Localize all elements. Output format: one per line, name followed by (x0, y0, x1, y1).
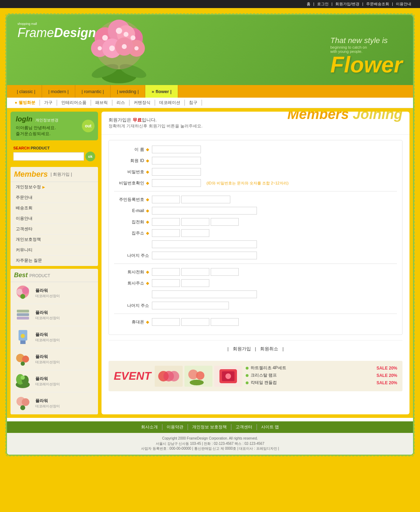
form-input-phone1[interactable] (152, 218, 180, 226)
best-item-name-2: 플라워 (35, 310, 95, 316)
company-addr-inputs (152, 279, 209, 287)
form-input-name[interactable] (152, 146, 201, 153)
best-item-img-4 (13, 350, 33, 368)
form-input-phone2[interactable] (181, 218, 209, 226)
form-input-co-phone2[interactable] (181, 268, 209, 276)
content-area: logIn 개인정보변경 이아름님 안녕하세요. 즐거운쇼핑되세요. out S… (7, 108, 413, 418)
form-input-pw[interactable] (152, 168, 201, 176)
form-input-addr-zip[interactable] (152, 229, 180, 237)
form-row-addr2 (114, 240, 397, 248)
form-input-addr-street[interactable] (152, 240, 257, 248)
sub-nav-interior[interactable]: 인테리어소품 (57, 100, 91, 106)
flower-big-text: Flower (330, 54, 402, 76)
members-menu-item-community[interactable]: 커뮤니티 (10, 245, 98, 255)
submit-cancel-button[interactable]: 회원취소 (257, 346, 281, 352)
best-item-name-4: 플라워 (35, 354, 95, 360)
svg-rect-24 (17, 310, 29, 313)
submit-join-button[interactable]: 회원가입 (230, 346, 254, 352)
out-button[interactable]: out (82, 120, 94, 132)
event-item-3: 칵테일 캔들컵 SALE 20% (246, 380, 397, 386)
form-input-mobile2[interactable] (181, 318, 209, 326)
members-menu-item-usage[interactable]: 이용안내 (10, 213, 98, 224)
best-item-2[interactable]: 플라워 데코레이션장미 (10, 304, 98, 326)
form-label-email: E-mail ◆ (114, 208, 149, 213)
footer-copyright: Copyright 2000 FrameDesign Corporation. … (10, 436, 410, 440)
members-menu-item-profile[interactable]: 개인정보수정 ▶ (10, 182, 98, 192)
sub-nav-decoration[interactable]: 데코레이션 (155, 100, 185, 106)
sub-nav-curtain[interactable]: 커텐장식 (130, 100, 155, 106)
tagline2: beginning to catch on (330, 45, 402, 49)
form-row-email: E-mail ◆ (114, 207, 397, 215)
svg-point-47 (190, 380, 204, 385)
form-row-ssn: 주민등록번호 ◆ (114, 196, 397, 203)
form-input-email[interactable] (152, 207, 257, 215)
search-box: SEARCH PRODUCT ok (10, 143, 98, 164)
footer-nav-privacy[interactable]: 개인정보 보호정책 (188, 424, 231, 430)
form-input-addr-rest[interactable] (152, 252, 257, 259)
search-input[interactable] (13, 152, 84, 161)
members-menu-item-customer[interactable]: 고객센타 (10, 224, 98, 234)
form-container: 이 름 ◆ 회원 ID ◆ 비밀번호 ◆ 비밀번호확인 ◆ ( (102, 135, 410, 397)
sub-nav-fabric[interactable]: 패브릭 (91, 100, 112, 106)
best-item-sub-2: 데코레이션장미 (35, 316, 95, 321)
svg-point-22 (22, 287, 29, 294)
form-input-pw-confirm[interactable] (152, 179, 201, 187)
event-name-1: 하트젤리초 4P세트 (251, 365, 286, 371)
top-nav-home[interactable]: 홈 (307, 2, 310, 6)
best-item-info-2: 플라워 데코레이션장미 (35, 310, 95, 321)
best-item-1[interactable]: 플라워 데코레이션장미 (10, 282, 98, 304)
footer-nav-customer[interactable]: 고객센터 (231, 424, 257, 430)
form-input-id[interactable] (152, 157, 201, 164)
members-menu-item-order[interactable]: 주문안내 (10, 192, 98, 203)
sub-nav-list[interactable]: 리스 (112, 100, 130, 106)
footer-nav: 회사소개 이용약관 개인정보 보호정책 고객센터 사이트 맵 (7, 421, 413, 433)
sub-nav-furniture[interactable]: 가구 (40, 100, 57, 106)
svg-point-51 (225, 373, 231, 379)
login-link[interactable]: 개인정보변경 (35, 118, 58, 123)
best-item-6[interactable]: 플라워 데코레이션장미 (10, 392, 98, 414)
svg-rect-26 (17, 317, 29, 320)
form-input-addr-zip2[interactable] (181, 229, 209, 237)
form-input-co-phone3[interactable] (211, 268, 239, 276)
form-input-ssn1[interactable] (152, 196, 180, 203)
members-menu-item-faq[interactable]: 자주묻는 질문 (10, 255, 98, 266)
form-input-mobile3[interactable] (211, 318, 239, 326)
sub-nav-icon-wellbeing: ● (15, 100, 17, 105)
search-ok-button[interactable]: ok (85, 152, 95, 161)
form-input-co-addr-zip[interactable] (152, 279, 180, 287)
footer-nav-sitemap[interactable]: 사이트 맵 (257, 424, 283, 430)
nav-tab-classic[interactable]: | classic | (10, 85, 42, 98)
members-menu-item-delivery[interactable]: 배송조회 (10, 203, 98, 213)
event-img-3 (214, 366, 242, 387)
main-content: 회원가입은 무료입니다. 정확하게 기재하신후 회원가입 버튼을 눌러주세요. … (102, 112, 410, 414)
nav-tab-flower[interactable]: » flower | (145, 85, 178, 98)
top-nav-info[interactable]: 이용안내 (396, 2, 411, 6)
members-menu-item-privacy[interactable]: 개인보호정책 (10, 234, 98, 245)
top-nav-join[interactable]: 회원가입/변경 (335, 2, 359, 6)
top-nav-login[interactable]: 로그인 (317, 2, 329, 6)
form-divider-1 (114, 191, 397, 191)
nav-tab-romantic[interactable]: | romantic | (75, 85, 111, 98)
best-item-3[interactable]: 플라워 데코레이션장미 (10, 326, 98, 348)
footer-nav-about[interactable]: 회사소개 (137, 424, 162, 430)
sub-nav-wellbeing[interactable]: ●웰빙화분 (10, 100, 40, 106)
top-nav-order[interactable]: 주문배송조회 (366, 2, 389, 6)
best-item-sub-3: 데코레이션장미 (35, 338, 95, 343)
form-input-mobile1[interactable] (152, 318, 180, 326)
sub-nav-bedding[interactable]: 침구 (185, 100, 202, 106)
nav-tab-modern[interactable]: | modern | (42, 85, 75, 98)
footer-nav-terms[interactable]: 이용약관 (162, 424, 188, 430)
form-input-co-addr-rest[interactable] (152, 302, 229, 309)
form-row-name: 이 름 ◆ (114, 146, 397, 153)
best-item-4[interactable]: 플라워 데코레이션장미 (10, 348, 98, 370)
flower-image (70, 15, 168, 85)
form-input-co-addr-street[interactable] (152, 290, 257, 298)
form-input-co-phone1[interactable] (152, 268, 180, 276)
nav-tab-wedding[interactable]: | wedding | (111, 85, 145, 98)
form-input-phone3[interactable] (211, 218, 239, 226)
form-hint-pw: (ID와 비밀번호는 문자와 숫자를 조합 2~12자리) (206, 181, 288, 186)
form-input-ssn2[interactable] (181, 196, 230, 203)
best-item-5[interactable]: 플라워 데코레이션장미 (10, 370, 98, 392)
form-input-co-addr-zip2[interactable] (181, 279, 209, 287)
best-item-img-5 (13, 372, 33, 390)
